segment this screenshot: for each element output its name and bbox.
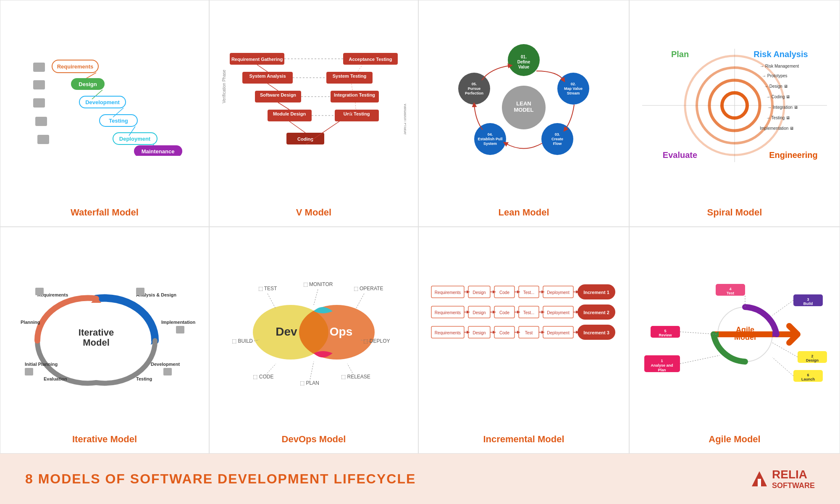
svg-text:5: 5 <box>664 329 666 333</box>
svg-line-7 <box>92 90 102 99</box>
svg-text:Map Value: Map Value <box>564 87 583 91</box>
svg-text:Deployment: Deployment <box>547 331 570 335</box>
svg-text:Requirement Gathering: Requirement Gathering <box>231 57 283 62</box>
svg-text:Engineering: Engineering <box>769 150 818 160</box>
svg-text:Design: Design <box>472 290 486 295</box>
svg-text:Value: Value <box>518 65 530 69</box>
svg-text:Evaluate: Evaluate <box>663 150 697 160</box>
svg-text:LEAN: LEAN <box>516 100 531 107</box>
svg-text:Analyse and: Analyse and <box>651 363 673 368</box>
svg-line-15 <box>129 126 135 136</box>
lean-cell: LEAN MODEL 01. Define Value 02. Map Valu… <box>418 0 629 227</box>
svg-line-123 <box>268 294 276 309</box>
svg-text:Flow: Flow <box>553 142 562 146</box>
incremental-cell: Requirements Design Code Test... Deploym… <box>418 227 629 454</box>
svg-text:⬚ MONITOR: ⬚ MONITOR <box>303 281 333 287</box>
waterfall-title: Waterfall Model <box>71 207 139 218</box>
svg-text:05.: 05. <box>472 82 477 86</box>
svg-text:Pursue: Pursue <box>468 87 481 91</box>
incremental-title: Incremental Model <box>483 434 564 445</box>
svg-text:6: 6 <box>807 373 809 377</box>
svg-text:→ Testing 🖥: → Testing 🖥 <box>766 116 790 120</box>
svg-text:Implementation 🖥: Implementation 🖥 <box>760 126 794 131</box>
svg-text:03.: 03. <box>555 132 560 136</box>
svg-rect-4 <box>33 80 45 89</box>
svg-text:Review: Review <box>659 333 672 337</box>
svg-rect-101 <box>136 288 144 295</box>
svg-text:→ Integration 🖥: → Integration 🖥 <box>767 105 798 110</box>
svg-text:Plan: Plan <box>671 50 689 59</box>
models-grid: Requirements Design Development Testing <box>0 0 840 454</box>
footer: 8 MODELS OF SOFTWARE DEVELOPMENT LIFECYC… <box>0 454 840 504</box>
svg-line-41 <box>268 84 278 91</box>
svg-text:Software Design: Software Design <box>260 92 296 97</box>
svg-rect-103 <box>176 326 184 333</box>
svg-text:Model: Model <box>83 337 110 348</box>
svg-text:Iterative: Iterative <box>79 327 114 338</box>
svg-line-44 <box>305 110 357 144</box>
svg-text:Launch: Launch <box>801 377 815 381</box>
spiral-title: Spiral Model <box>707 207 762 218</box>
svg-rect-105 <box>163 368 172 375</box>
waterfall-cell: Requirements Design Development Testing <box>0 0 209 227</box>
svg-text:Evaluation: Evaluation <box>44 376 67 381</box>
svg-text:Stream: Stream <box>567 91 580 95</box>
svg-text:Deployment: Deployment <box>119 136 151 142</box>
iterative-diagram: Iterative Model Requirements Analysis & … <box>9 236 200 429</box>
agile-title: Agile Model <box>709 434 760 445</box>
svg-rect-8 <box>33 98 45 108</box>
svg-text:Module Design: Module Design <box>273 111 306 116</box>
iterative-title: Iterative Model <box>72 434 137 445</box>
svg-text:Testing: Testing <box>109 118 128 124</box>
svg-text:Requirements: Requirements <box>435 290 461 295</box>
svg-text:Create: Create <box>551 137 563 141</box>
svg-text:Plan: Plan <box>658 368 666 372</box>
svg-text:→ Coding 🖥: → Coding 🖥 <box>766 94 790 99</box>
svg-text:Perfection: Perfection <box>465 91 483 95</box>
svg-text:→ Design 🖥: → Design 🖥 <box>764 84 788 89</box>
devops-title: DevOps Model <box>282 434 346 445</box>
svg-text:02.: 02. <box>571 82 576 86</box>
svg-text:Ops: Ops <box>330 325 352 338</box>
agile-diagram: Agile Model 1 Analyse and Plan 2 <box>638 236 831 429</box>
svg-text:3: 3 <box>807 297 809 302</box>
svg-text:⬚ DEPLOY: ⬚ DEPLOY <box>363 338 390 344</box>
svg-line-43 <box>289 121 305 133</box>
svg-rect-110 <box>25 368 33 375</box>
footer-logo-name: RELIA <box>772 468 815 481</box>
relia-logo-icon <box>751 470 768 487</box>
svg-text:Implementation: Implementation <box>161 320 196 325</box>
svg-text:Dev: Dev <box>276 325 297 338</box>
svg-text:Increment 2: Increment 2 <box>583 310 609 315</box>
svg-text:Development: Development <box>85 99 120 105</box>
svg-line-207 <box>772 343 798 357</box>
svg-text:Test: Test <box>525 331 533 335</box>
svg-text:Code: Code <box>499 290 509 295</box>
svg-text:04.: 04. <box>488 132 493 136</box>
devops-cell: Dev Ops ⬚ TEST ⬚ MONITOR ⬚ OPERATE ⬚ DEP… <box>209 227 418 454</box>
svg-text:Code: Code <box>499 310 509 315</box>
svg-line-124 <box>314 289 318 305</box>
svg-text:Validation Phase: Validation Phase <box>403 103 406 135</box>
svg-text:Planning: Planning <box>21 320 40 325</box>
svg-text:Requirements: Requirements <box>57 63 94 70</box>
waterfall-diagram: Requirements Design Development Testing <box>9 9 200 202</box>
lean-diagram: LEAN MODEL 01. Define Value 02. Map Valu… <box>427 9 620 202</box>
svg-text:System Analysis: System Analysis <box>249 74 286 79</box>
svg-text:Test...: Test... <box>523 290 535 295</box>
svg-text:Design: Design <box>806 358 819 362</box>
svg-line-11 <box>113 108 123 117</box>
svg-text:Testing: Testing <box>136 376 152 381</box>
svg-rect-16 <box>37 135 49 144</box>
svg-text:Increment 1: Increment 1 <box>583 290 609 295</box>
svg-text:Development: Development <box>151 362 180 367</box>
svg-line-127 <box>347 364 354 375</box>
svg-rect-12 <box>35 117 47 126</box>
agile-cell: Agile Model 1 Analyse and Plan 2 <box>629 227 840 454</box>
svg-text:Acceptance Testing: Acceptance Testing <box>349 57 392 62</box>
svg-text:Code: Code <box>499 331 509 335</box>
svg-text:⬚ CODE: ⬚ CODE <box>253 374 273 380</box>
vmodel-title: V Model <box>296 207 331 218</box>
svg-text:Design: Design <box>472 310 486 315</box>
svg-text:Deployment: Deployment <box>547 290 570 295</box>
